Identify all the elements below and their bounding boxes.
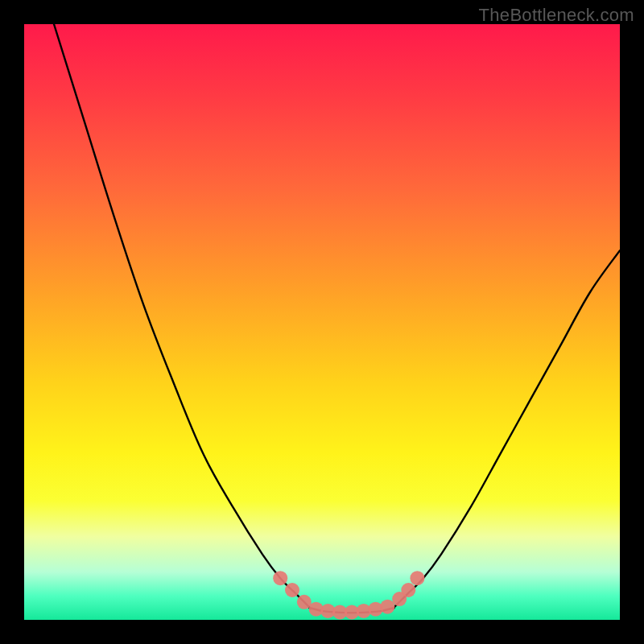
chart-frame: TheBottleneck.com	[0, 0, 644, 644]
valley-marker	[369, 602, 383, 617]
valley-marker	[380, 600, 394, 614]
valley-marker	[401, 583, 415, 597]
valley-marker	[410, 571, 424, 585]
valley-marker	[273, 571, 287, 585]
curve-layer	[24, 24, 620, 620]
bottleneck-curve	[54, 24, 620, 613]
watermark-text: TheBottleneck.com	[479, 5, 634, 26]
valley-marker	[285, 583, 299, 597]
plot-area	[24, 24, 620, 620]
